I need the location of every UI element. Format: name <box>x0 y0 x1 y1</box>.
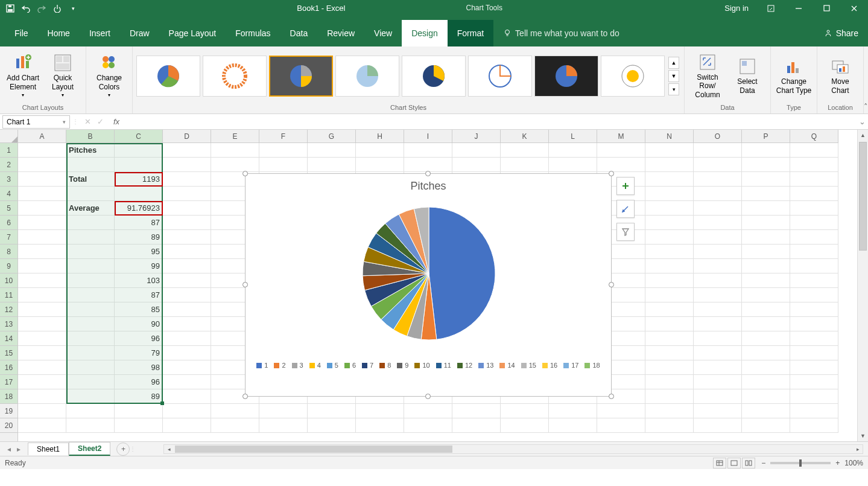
cell[interactable] <box>645 187 694 201</box>
cell[interactable] <box>742 259 790 273</box>
cell[interactable] <box>694 288 742 302</box>
cell[interactable] <box>66 317 115 331</box>
col-header[interactable]: H <box>356 130 404 142</box>
row-header[interactable]: 11 <box>0 288 17 302</box>
cell[interactable] <box>259 143 308 158</box>
cell[interactable] <box>694 187 742 201</box>
cell[interactable] <box>645 331 694 346</box>
col-header[interactable]: P <box>742 130 790 142</box>
cell[interactable] <box>790 158 838 172</box>
legend-item[interactable]: 5 <box>327 362 338 369</box>
cell[interactable] <box>452 158 501 172</box>
cell[interactable] <box>211 143 259 158</box>
cell[interactable] <box>18 216 66 230</box>
cell[interactable] <box>501 418 549 433</box>
cell[interactable] <box>549 143 597 158</box>
cell[interactable] <box>66 245 115 259</box>
cell[interactable] <box>742 273 790 288</box>
cell[interactable] <box>694 302 742 317</box>
minimize-icon[interactable] <box>785 0 813 16</box>
cell[interactable]: 95 <box>115 245 163 259</box>
cell[interactable] <box>163 172 211 187</box>
cell[interactable] <box>742 331 790 346</box>
cell[interactable]: 87 <box>115 288 163 302</box>
tab-formulas[interactable]: Formulas <box>226 20 280 46</box>
row-header[interactable]: 18 <box>0 389 17 404</box>
scroll-left-icon[interactable]: ◂ <box>164 445 174 453</box>
cancel-icon[interactable]: ✕ <box>84 117 91 126</box>
confirm-icon[interactable]: ✓ <box>97 117 104 126</box>
legend-item[interactable]: 12 <box>457 362 472 369</box>
cell[interactable]: 85 <box>115 302 163 317</box>
cell[interactable] <box>645 288 694 302</box>
zoom-out-icon[interactable]: − <box>761 459 765 467</box>
col-header[interactable]: D <box>163 130 211 142</box>
cell[interactable] <box>163 331 211 346</box>
cell[interactable] <box>742 317 790 331</box>
cell[interactable] <box>694 245 742 259</box>
cell[interactable] <box>308 158 356 172</box>
col-header[interactable]: A <box>18 130 66 142</box>
cell[interactable] <box>597 418 645 433</box>
row-header[interactable]: 9 <box>0 259 17 273</box>
expand-formula-bar-icon[interactable]: ⌄ <box>856 117 868 126</box>
cell[interactable] <box>163 346 211 360</box>
select-all-corner[interactable] <box>0 130 18 143</box>
cell[interactable] <box>356 404 404 418</box>
cell[interactable] <box>163 288 211 302</box>
legend-item[interactable]: 10 <box>414 362 429 369</box>
col-header[interactable]: N <box>645 130 694 142</box>
cell[interactable] <box>163 143 211 158</box>
row-header[interactable]: 14 <box>0 331 17 346</box>
sheet-tab-1[interactable]: Sheet1 <box>28 443 69 455</box>
cell[interactable] <box>18 360 66 375</box>
gallery-more-icon[interactable]: ▾ <box>668 83 679 95</box>
col-header[interactable]: L <box>549 130 597 142</box>
sheet-nav-first-icon[interactable]: ◂ <box>7 445 11 453</box>
cell[interactable] <box>18 288 66 302</box>
tab-home[interactable]: Home <box>38 20 80 46</box>
zoom-slider-thumb[interactable] <box>799 459 802 467</box>
cell[interactable] <box>645 375 694 389</box>
cell[interactable] <box>645 404 694 418</box>
cell[interactable] <box>645 230 694 245</box>
legend-item[interactable]: 9 <box>397 362 408 369</box>
legend-item[interactable]: 4 <box>309 362 321 369</box>
legend-item[interactable]: 3 <box>292 362 303 369</box>
col-header[interactable]: B <box>66 130 115 142</box>
formula-input[interactable] <box>123 115 856 129</box>
zoom-in-icon[interactable]: + <box>835 459 840 467</box>
tab-format[interactable]: Format <box>448 20 493 46</box>
legend-item[interactable]: 2 <box>274 362 285 369</box>
cell[interactable] <box>18 158 66 172</box>
cell[interactable] <box>790 360 838 375</box>
switch-row-column-button[interactable]: Switch Row/ Column <box>688 51 727 100</box>
redo-icon[interactable] <box>36 3 47 14</box>
cell[interactable] <box>790 288 838 302</box>
cell[interactable]: 1193 <box>115 172 163 187</box>
cell[interactable] <box>259 404 308 418</box>
change-colors-button[interactable]: Change Colors ▾ <box>90 52 128 99</box>
cell[interactable] <box>790 317 838 331</box>
row-header[interactable]: 19 <box>0 404 17 418</box>
cell[interactable] <box>18 273 66 288</box>
cell[interactable] <box>645 317 694 331</box>
cell[interactable] <box>18 143 66 158</box>
legend-item[interactable]: 18 <box>584 362 600 369</box>
cell[interactable]: 87 <box>115 216 163 230</box>
cell[interactable] <box>66 418 115 433</box>
chart-elements-button[interactable] <box>616 177 635 195</box>
chart-style-3[interactable] <box>269 56 333 97</box>
tab-file[interactable]: File <box>5 20 38 46</box>
cell[interactable] <box>694 158 742 172</box>
cell[interactable] <box>742 404 790 418</box>
cell[interactable] <box>66 331 115 346</box>
cell[interactable] <box>742 302 790 317</box>
cell[interactable] <box>694 216 742 230</box>
cell[interactable] <box>404 404 452 418</box>
quick-layout-button[interactable]: Quick Layout ▾ <box>43 52 82 99</box>
row-header[interactable]: 7 <box>0 230 17 245</box>
cell[interactable] <box>66 259 115 273</box>
cell[interactable] <box>694 201 742 216</box>
cell[interactable] <box>742 158 790 172</box>
